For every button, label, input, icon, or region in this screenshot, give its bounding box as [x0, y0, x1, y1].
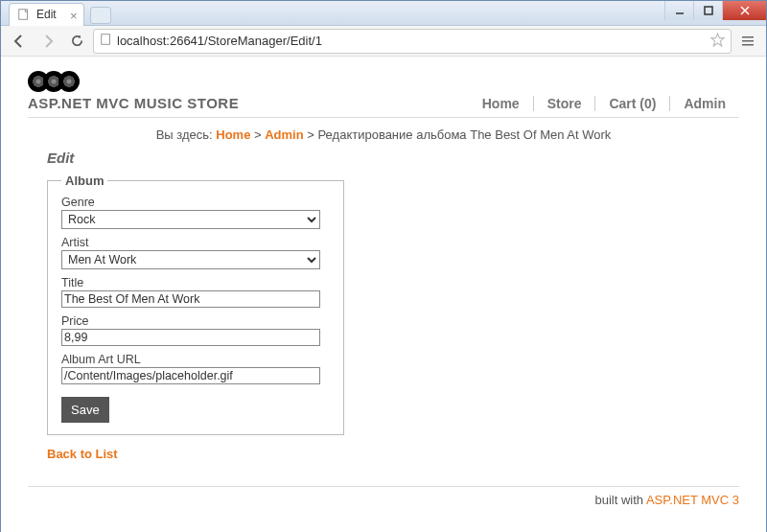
main-nav: Home Store Cart (0) Admin: [469, 96, 739, 111]
svg-rect-7: [742, 40, 754, 42]
album-fieldset: Album Genre Rock Artist Men At Work Titl…: [47, 173, 344, 435]
artist-label: Artist: [61, 236, 330, 249]
save-button[interactable]: Save: [61, 397, 109, 423]
globe-icon: [100, 33, 113, 49]
nav-home[interactable]: Home: [469, 96, 534, 111]
forward-button[interactable]: [35, 29, 60, 54]
field-arturl: Album Art URL: [61, 353, 330, 384]
page-footer: built with ASP.NET MVC 3: [28, 486, 739, 507]
title-label: Title: [61, 276, 330, 289]
field-title: Title: [61, 276, 330, 308]
browser-window: Edit ×: [0, 0, 767, 532]
svg-rect-6: [742, 36, 754, 38]
page-favicon-icon: [17, 8, 31, 21]
tab-title: Edit: [36, 8, 57, 21]
tab-close-icon[interactable]: ×: [70, 9, 78, 23]
footer-text: built with: [594, 493, 645, 507]
chrome-menu-button[interactable]: [735, 29, 760, 54]
minimize-button[interactable]: [664, 1, 693, 20]
field-genre: Genre Rock: [61, 196, 330, 229]
page-content: ASP.NET MVC MUSIC STORE Home Store Cart …: [1, 57, 766, 532]
footer-framework-link[interactable]: ASP.NET MVC 3: [646, 493, 739, 507]
new-tab-button[interactable]: [90, 7, 111, 24]
site-title: ASP.NET MVC MUSIC STORE: [28, 95, 239, 111]
maximize-button[interactable]: [693, 1, 722, 20]
title-input[interactable]: [61, 290, 320, 308]
field-price: Price: [61, 314, 330, 346]
fieldset-legend: Album: [61, 173, 107, 188]
logo-icon: [28, 70, 97, 93]
genre-label: Genre: [61, 196, 330, 209]
breadcrumb-prefix: Вы здесь:: [156, 127, 217, 142]
browser-toolbar: [1, 26, 766, 57]
back-to-list-link[interactable]: Back to List: [47, 447, 118, 461]
close-window-button[interactable]: [722, 1, 766, 20]
site-header: ASP.NET MVC MUSIC STORE Home Store Cart …: [28, 70, 739, 118]
svg-rect-2: [705, 7, 712, 14]
breadcrumb: Вы здесь: Home > Admin > Редактирование …: [28, 122, 739, 148]
genre-select[interactable]: Rock: [61, 210, 320, 229]
address-bar[interactable]: [93, 29, 732, 54]
back-button[interactable]: [7, 29, 32, 54]
breadcrumb-home[interactable]: Home: [216, 127, 250, 142]
svg-rect-5: [102, 35, 110, 45]
url-input[interactable]: [117, 34, 707, 48]
breadcrumb-admin[interactable]: Admin: [265, 127, 303, 142]
logo-area: ASP.NET MVC MUSIC STORE: [28, 70, 239, 111]
breadcrumb-current: Редактирование альбома The Best Of Men A…: [318, 127, 612, 142]
field-artist: Artist Men At Work: [61, 236, 330, 269]
arturl-input[interactable]: [61, 367, 320, 384]
svg-rect-8: [742, 44, 754, 46]
breadcrumb-sep: >: [307, 127, 317, 142]
price-input[interactable]: [61, 329, 320, 346]
browser-tab[interactable]: Edit ×: [9, 3, 84, 26]
tabstrip: Edit ×: [1, 1, 111, 26]
page-heading: Edit: [47, 150, 739, 166]
arturl-label: Album Art URL: [61, 353, 330, 366]
window-controls: [664, 1, 766, 20]
nav-store[interactable]: Store: [534, 96, 596, 111]
reload-button[interactable]: [64, 29, 89, 54]
nav-admin[interactable]: Admin: [670, 96, 739, 111]
nav-cart[interactable]: Cart (0): [595, 96, 670, 111]
artist-select[interactable]: Men At Work: [61, 250, 320, 269]
bookmark-star-icon[interactable]: [710, 33, 725, 50]
titlebar: Edit ×: [1, 1, 766, 26]
breadcrumb-sep: >: [254, 127, 265, 142]
price-label: Price: [61, 314, 330, 328]
